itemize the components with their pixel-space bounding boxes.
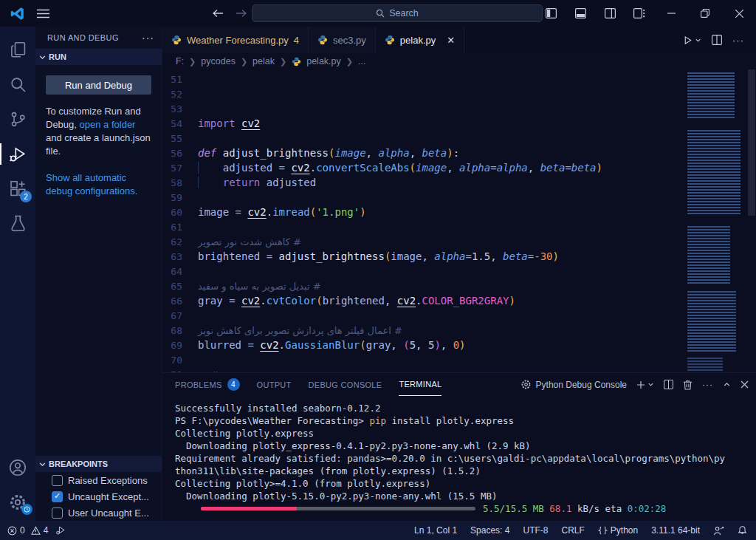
- code-line[interactable]: 65# تبدیل تصویر به سیاه و سفید: [162, 278, 685, 293]
- panel-tab-output[interactable]: OUTPUT: [257, 373, 292, 396]
- panel-tab-terminal[interactable]: TERMINAL: [399, 373, 441, 396]
- search-label: Search: [389, 8, 419, 18]
- maximize-panel-icon[interactable]: [723, 380, 731, 389]
- code-line[interactable]: 62# کاهش شدت نور تصویر: [162, 234, 685, 249]
- customize-layout-icon[interactable]: [625, 0, 654, 27]
- checkbox[interactable]: [52, 491, 63, 502]
- code-line[interactable]: 68# اعمال فیلتر های پردازش تصویر برای کا…: [162, 323, 685, 338]
- tab-pelak[interactable]: pelak.py ✕: [376, 27, 464, 53]
- panel-tab-debug-console[interactable]: DEBUG CONSOLE: [309, 373, 382, 396]
- search-sidebar-icon[interactable]: [0, 67, 35, 102]
- code-line[interactable]: 52: [162, 86, 685, 101]
- language-mode[interactable]: Python: [598, 525, 638, 536]
- debug-status-icon[interactable]: [55, 525, 66, 536]
- code-line[interactable]: 61: [162, 219, 685, 234]
- panel-tab-problems[interactable]: PROBLEMS 4: [175, 373, 240, 396]
- breadcrumb: F: ❯ pycodes ❯ pelak ❯ pelak.py ❯ ...: [162, 53, 756, 69]
- source-control-icon[interactable]: [0, 102, 35, 137]
- breadcrumb-item[interactable]: F:: [176, 56, 184, 66]
- breakpoints-section-header[interactable]: BREAKPOINTS: [35, 456, 162, 472]
- editor-scrollbar[interactable]: [747, 69, 756, 372]
- terminal-output[interactable]: Successfully installed seaborn-0.12.2PS …: [175, 402, 752, 518]
- code-line[interactable]: 69blurred = cv2.GaussianBlur(gray, (5, 5…: [162, 338, 685, 352]
- forward-arrow-icon[interactable]: [236, 9, 247, 18]
- code-line[interactable]: 64: [162, 264, 685, 278]
- code-line[interactable]: 58 return adjusted: [162, 175, 685, 190]
- panel-more-actions-icon[interactable]: ···: [702, 380, 713, 390]
- close-window-button[interactable]: [722, 0, 756, 27]
- code-line[interactable]: 53: [162, 101, 685, 116]
- testing-icon[interactable]: [0, 206, 35, 241]
- breadcrumb-item[interactable]: ...: [358, 56, 365, 66]
- tab-problems-badge: 4: [294, 35, 299, 46]
- breakpoint-user-uncaught[interactable]: User Uncaught E...: [35, 505, 162, 521]
- tab-weather-forecasting[interactable]: Weather Forecasting.py 4: [162, 27, 309, 53]
- code-line[interactable]: 60image = cv2.imread('1.png'): [162, 205, 685, 219]
- python-interpreter[interactable]: 3.11.1 64-bit: [651, 525, 700, 536]
- run-section-header[interactable]: RUN: [35, 49, 162, 65]
- sidebar-more-actions-icon[interactable]: ···: [142, 32, 154, 44]
- back-arrow-icon[interactable]: [213, 9, 224, 18]
- code-line[interactable]: 67: [162, 308, 685, 323]
- terminal-line: Downloading plotly_express-0.4.1-py2.py3…: [175, 440, 752, 452]
- scrollbar-thumb[interactable]: [748, 69, 755, 216]
- show-debug-configurations-link[interactable]: Show all automatic debug configurations.: [46, 171, 151, 198]
- code-line[interactable]: 71# …: [162, 367, 685, 373]
- code-line[interactable]: 54import cv2: [162, 116, 685, 131]
- warning-count: 4: [44, 525, 49, 536]
- restore-button[interactable]: [688, 0, 722, 27]
- code-line[interactable]: 63brightened = adjust_brightness(image, …: [162, 249, 685, 264]
- minimize-button[interactable]: [654, 0, 688, 27]
- breakpoint-uncaught-exceptions[interactable]: Uncaught Except...: [35, 488, 162, 505]
- new-terminal-button[interactable]: [636, 380, 654, 389]
- editor-more-actions-icon[interactable]: ···: [732, 35, 744, 46]
- extensions-icon[interactable]: 2: [0, 171, 35, 206]
- run-and-debug-icon[interactable]: [0, 137, 35, 171]
- code-editor[interactable]: 51525354import cv25556def adjust_brightn…: [162, 69, 756, 373]
- feedback-icon[interactable]: [713, 526, 724, 536]
- indentation-status[interactable]: Spaces: 4: [470, 525, 509, 536]
- run-python-file-button[interactable]: [683, 35, 701, 45]
- code-line[interactable]: 59: [162, 190, 685, 205]
- minimap[interactable]: [685, 69, 747, 372]
- breakpoint-raised-exceptions[interactable]: Raised Exceptions: [35, 472, 162, 488]
- code-line[interactable]: 70: [162, 352, 685, 367]
- explorer-icon[interactable]: [0, 33, 35, 67]
- code-line[interactable]: 57 adjusted = cv2.convertScaleAbs(image,…: [162, 160, 685, 175]
- braces-icon: [598, 526, 608, 535]
- settings-update-badge: [21, 504, 32, 515]
- open-a-folder-link[interactable]: open a folder: [80, 119, 136, 130]
- code-line[interactable]: 66gray = cv2.cvtColor(brightened, cv2.CO…: [162, 293, 685, 308]
- tab-close-icon[interactable]: ✕: [447, 35, 455, 46]
- split-editor-icon[interactable]: [712, 35, 722, 45]
- toggle-panel-icon[interactable]: [566, 0, 595, 27]
- breadcrumb-item[interactable]: pycodes: [201, 56, 236, 66]
- global-search-box[interactable]: Search: [252, 4, 543, 22]
- kill-terminal-icon[interactable]: [683, 380, 693, 390]
- breadcrumb-item[interactable]: pelak: [252, 56, 275, 66]
- code-line[interactable]: 51: [162, 72, 685, 86]
- run-and-debug-button[interactable]: Run and Debug: [46, 75, 151, 95]
- breakpoints-section-label: BREAKPOINTS: [49, 459, 108, 468]
- toggle-primary-sidebar-icon[interactable]: [536, 0, 566, 27]
- tab-sec3[interactable]: sec3.py: [309, 27, 376, 53]
- menu-hamburger-icon[interactable]: [37, 9, 49, 18]
- code-line[interactable]: 56def adjust_brightness(image, alpha, be…: [162, 146, 685, 160]
- terminal-profile-selector[interactable]: Python Debug Console: [520, 379, 627, 390]
- checkbox[interactable]: [52, 507, 63, 519]
- notifications-bell-icon[interactable]: [738, 525, 747, 536]
- eol-status[interactable]: CRLF: [561, 525, 584, 536]
- cursor-position[interactable]: Ln 1, Col 1: [414, 525, 457, 536]
- toggle-secondary-sidebar-icon[interactable]: [595, 0, 625, 27]
- encoding-status[interactable]: UTF-8: [523, 525, 548, 536]
- code-line[interactable]: 55: [162, 131, 685, 146]
- terminal-line: Requirement already satisfied: pandas>=0…: [175, 452, 752, 465]
- problems-status[interactable]: 0 4: [7, 525, 48, 536]
- checkbox[interactable]: [52, 475, 63, 486]
- settings-gear-icon[interactable]: [0, 485, 35, 519]
- split-terminal-icon[interactable]: [664, 380, 673, 389]
- tab-label: Weather Forecasting.py: [187, 35, 289, 46]
- close-panel-icon[interactable]: [740, 380, 749, 389]
- accounts-icon[interactable]: [0, 450, 35, 485]
- breadcrumb-item[interactable]: pelak.py: [306, 56, 341, 66]
